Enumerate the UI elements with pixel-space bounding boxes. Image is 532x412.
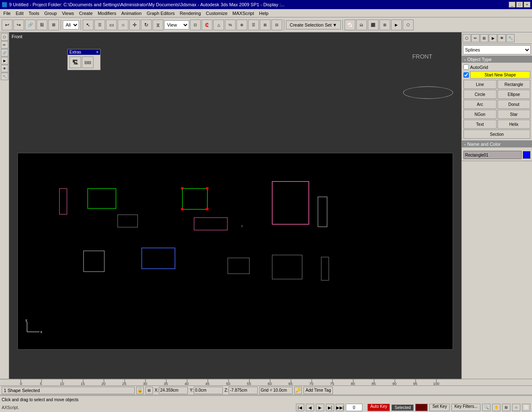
add-time-tag-button[interactable]: Add Time Tag xyxy=(303,387,333,394)
modify-panel-btn[interactable]: ✏ xyxy=(1,41,8,49)
menu-animation[interactable]: Animation xyxy=(119,10,144,17)
menu-rendering[interactable]: Rendering xyxy=(177,10,204,17)
maximize-button[interactable]: □ xyxy=(516,2,523,7)
frame-number-input[interactable] xyxy=(346,404,362,411)
render-scene-button[interactable]: ⊞ xyxy=(379,20,390,30)
select-link-button[interactable]: 🔗 xyxy=(25,20,36,30)
key-lock-button[interactable]: 🔑 xyxy=(294,387,302,394)
menu-tools[interactable]: Tools xyxy=(26,10,42,17)
shape-pink-tall[interactable] xyxy=(59,189,67,214)
auto-key-button[interactable]: Auto Key xyxy=(367,404,390,411)
extras-icon-2[interactable]: ⊟⊟ xyxy=(82,56,94,68)
modify-icon[interactable]: ✏ xyxy=(471,34,480,42)
star-button[interactable]: Star xyxy=(498,110,531,119)
section-button[interactable]: Section xyxy=(463,130,530,139)
angle-snap[interactable]: △ xyxy=(213,20,224,30)
lock-button[interactable]: 🔒 xyxy=(136,387,144,394)
set-key-button[interactable]: Set Key xyxy=(429,404,450,411)
rectangle-button[interactable]: Rectangle xyxy=(498,80,531,89)
go-end-button[interactable]: ▶▶| xyxy=(336,404,344,411)
shape-pink-large[interactable] xyxy=(272,181,309,224)
menu-customize[interactable]: Customize xyxy=(203,10,230,17)
shape-gray-3[interactable] xyxy=(272,255,302,279)
display-panel-btn[interactable]: 👁 xyxy=(1,65,8,72)
hierarchy-panel-btn[interactable]: 🔗 xyxy=(1,49,8,56)
name-color-header[interactable]: - Name and Color xyxy=(462,141,532,147)
shape-blue[interactable] xyxy=(142,248,175,269)
viewport-area[interactable]: Front Extras × 🏗 ⊟⊟ FRONT xyxy=(9,32,461,379)
percent-snap[interactable]: % xyxy=(225,20,236,30)
select-by-name-button[interactable]: ☰ xyxy=(94,20,105,30)
line-button[interactable]: Line xyxy=(463,80,497,89)
shape-green-1[interactable] xyxy=(88,189,116,208)
menu-file[interactable]: File xyxy=(1,10,13,17)
next-frame-button[interactable]: ▶| xyxy=(326,404,334,411)
curve-editor-button[interactable]: 📈 xyxy=(345,20,355,30)
extras-icon-1[interactable]: 🏗 xyxy=(69,56,81,68)
menu-group[interactable]: Group xyxy=(42,10,59,17)
move-button[interactable]: ✛ xyxy=(129,20,140,30)
shape-white-tall[interactable] xyxy=(318,197,327,227)
prev-frame-button[interactable]: ◀ xyxy=(306,404,314,411)
filter-dropdown[interactable]: All xyxy=(63,20,79,29)
use-pivot-button[interactable]: ⊡ xyxy=(190,20,201,30)
splines-dropdown[interactable]: Splines xyxy=(463,45,531,54)
object-type-header[interactable]: - Object Type xyxy=(462,56,532,63)
select-button[interactable]: ↖ xyxy=(83,20,94,30)
menu-graph-editors[interactable]: Graph Editors xyxy=(144,10,177,17)
display-icon[interactable]: 👁 xyxy=(498,34,506,42)
start-new-shape-checkbox[interactable] xyxy=(463,72,469,78)
start-new-shape-button[interactable]: Start New Shape xyxy=(470,71,530,78)
create-selection-set-button[interactable]: Create Selection Set ▼ xyxy=(286,20,341,29)
menu-create[interactable]: Create xyxy=(76,10,95,17)
play-button[interactable]: ▶ xyxy=(316,404,324,411)
nav-zoom-button[interactable]: 🔍 xyxy=(482,404,490,411)
ellipse-button[interactable]: Ellipse xyxy=(498,90,531,99)
material-editor-button[interactable]: ⬛ xyxy=(368,20,379,30)
go-start-button[interactable]: |◀ xyxy=(296,404,304,411)
motion-icon[interactable]: ▶ xyxy=(489,34,497,42)
render-button[interactable]: ▶ xyxy=(391,20,402,30)
mirror-button[interactable]: ⊞ xyxy=(260,20,271,30)
menu-views[interactable]: Views xyxy=(59,10,76,17)
helix-button[interactable]: Helix xyxy=(498,120,531,129)
align-button[interactable]: ⊟ xyxy=(271,20,282,30)
grid-input[interactable] xyxy=(259,387,293,394)
undo-button[interactable]: ↩ xyxy=(2,20,12,30)
color-swatch[interactable] xyxy=(523,151,530,159)
menu-help[interactable]: Help xyxy=(256,10,271,17)
schematic-view-button[interactable]: 🗂 xyxy=(356,20,367,30)
select-region-button[interactable]: ▭ xyxy=(106,20,117,30)
rotate-button[interactable]: ↻ xyxy=(141,20,152,30)
autogrid-checkbox[interactable] xyxy=(463,64,469,70)
view-dropdown[interactable]: View xyxy=(164,20,189,29)
unlink-button[interactable]: ⛓ xyxy=(37,20,47,30)
utilities-panel-btn[interactable]: 🔧 xyxy=(1,73,8,80)
shape-gray-1[interactable] xyxy=(118,215,138,227)
text-button[interactable]: Text xyxy=(463,120,497,129)
menu-modifiers[interactable]: Modifiers xyxy=(95,10,119,17)
create-panel-btn[interactable]: ⬡ xyxy=(1,33,8,41)
x-input[interactable] xyxy=(159,387,188,394)
minimize-button[interactable]: _ xyxy=(509,2,515,7)
donut-button[interactable]: Donut xyxy=(498,100,531,109)
black-viewport[interactable]: x xyxy=(17,153,453,350)
key-filters-button[interactable]: Key Filters... xyxy=(451,404,480,411)
hierarchy-icon[interactable]: ⊞ xyxy=(480,34,488,42)
scale-button[interactable]: ⧖ xyxy=(153,20,163,30)
shape-white-sq[interactable] xyxy=(84,251,104,272)
close-button[interactable]: × xyxy=(524,2,530,7)
shape-pink-small[interactable] xyxy=(194,218,227,230)
spinner-snap[interactable]: ⊕ xyxy=(236,20,247,30)
arc-button[interactable]: Arc xyxy=(463,100,497,109)
motion-panel-btn[interactable]: ▶ xyxy=(1,57,8,64)
utilities-icon[interactable]: 🔧 xyxy=(506,34,515,42)
ngon-button[interactable]: NGon xyxy=(463,110,497,119)
shape-green-selected[interactable] xyxy=(182,189,207,209)
menu-maxscript[interactable]: MAXScript xyxy=(230,10,256,17)
xyz-toggle[interactable]: ⊞ xyxy=(145,387,153,394)
menu-edit[interactable]: Edit xyxy=(13,10,26,17)
extras-close-button[interactable]: × xyxy=(96,50,99,54)
bind-space-warp[interactable]: ⊞ xyxy=(48,20,59,30)
create-icon[interactable]: ⬡ xyxy=(463,34,471,42)
